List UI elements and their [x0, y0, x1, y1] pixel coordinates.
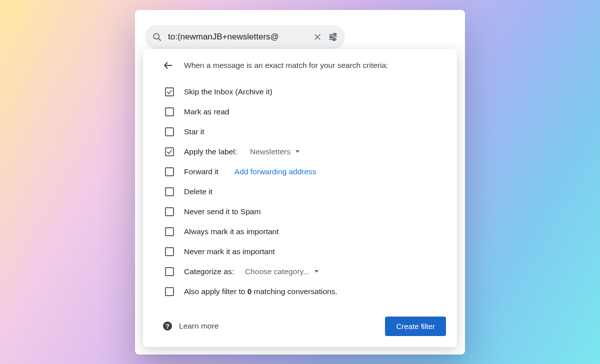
option-label: Never mark it as important — [184, 247, 275, 256]
checkbox-forward[interactable] — [165, 167, 174, 176]
also-apply-count: 0 — [248, 287, 252, 296]
option-always-important[interactable]: Always mark it as important — [165, 222, 446, 242]
checkbox-mark-read[interactable] — [165, 107, 174, 116]
category-dropdown-value: Choose category... — [245, 267, 310, 276]
option-never-spam[interactable]: Never send it to Spam — [165, 202, 446, 222]
checkbox-never-important[interactable] — [165, 247, 174, 256]
create-filter-dialog: When a message is an exact match for you… — [143, 49, 457, 347]
svg-point-0 — [154, 33, 159, 39]
create-filter-button[interactable]: Create filter — [385, 317, 446, 336]
option-categorize[interactable]: Categorize as: Choose category... — [165, 262, 446, 282]
learn-more-link[interactable]: Learn more — [179, 322, 218, 331]
dialog-footer: ? Learn more Create filter — [165, 317, 446, 336]
checkbox-always-important[interactable] — [165, 227, 174, 236]
search-query-text[interactable]: to:(newmanJB+newsletters@ — [168, 32, 307, 42]
search-options-icon[interactable] — [328, 32, 338, 42]
option-skip-inbox[interactable]: Skip the Inbox (Archive it) — [165, 82, 446, 102]
checkbox-categorize[interactable] — [165, 267, 174, 276]
add-forwarding-address-link[interactable]: Add forwarding address — [234, 167, 316, 176]
option-label: Star it — [184, 127, 204, 136]
also-apply-suffix: matching conversations. — [252, 287, 337, 296]
option-label: Always mark it as important — [184, 227, 279, 236]
clear-search-icon[interactable] — [313, 32, 322, 41]
category-dropdown[interactable]: Choose category... — [245, 267, 320, 276]
checkbox-apply-label[interactable] — [165, 147, 174, 156]
svg-marker-14 — [296, 150, 300, 153]
option-label: Never send it to Spam — [184, 207, 260, 216]
label-dropdown-value: Newsletters — [250, 147, 290, 156]
option-label: Skip the Inbox (Archive it) — [184, 87, 272, 96]
option-delete[interactable]: Delete it — [165, 182, 446, 202]
option-label: Categorize as: — [184, 267, 234, 276]
option-label: Apply the label: — [184, 147, 237, 156]
option-label: Mark as read — [184, 107, 229, 116]
svg-line-1 — [158, 38, 161, 40]
app-card: to:(newmanJB+newsletters@ — [135, 10, 465, 355]
back-arrow-icon[interactable] — [163, 60, 174, 71]
search-icon[interactable] — [152, 32, 162, 42]
option-mark-read[interactable]: Mark as read — [165, 102, 446, 122]
option-also-apply[interactable]: Also apply filter to 0 matching conversa… — [165, 282, 446, 302]
search-bar[interactable]: to:(newmanJB+newsletters@ — [145, 25, 345, 49]
chevron-down-icon — [296, 150, 300, 153]
option-label: Delete it — [184, 187, 212, 196]
checkbox-also-apply[interactable] — [165, 287, 174, 296]
help-icon[interactable]: ? — [163, 322, 172, 331]
option-apply-label[interactable]: Apply the label: Newsletters — [165, 142, 446, 162]
dialog-header: When a message is an exact match for you… — [163, 60, 446, 71]
filter-options-list: Skip the Inbox (Archive it) Mark as read… — [165, 82, 446, 302]
checkbox-delete[interactable] — [165, 187, 174, 196]
label-dropdown[interactable]: Newsletters — [250, 147, 302, 156]
also-apply-prefix: Also apply filter to — [184, 287, 248, 296]
option-star[interactable]: Star it — [165, 122, 446, 142]
chevron-down-icon — [314, 270, 318, 273]
svg-marker-15 — [314, 270, 318, 273]
learn-more[interactable]: ? Learn more — [163, 322, 218, 331]
option-label: Forward it — [184, 167, 218, 176]
option-label: Also apply filter to 0 matching conversa… — [184, 287, 338, 296]
checkbox-never-spam[interactable] — [165, 207, 174, 216]
dialog-heading: When a message is an exact match for you… — [184, 61, 388, 70]
checkbox-star[interactable] — [165, 127, 174, 136]
option-forward[interactable]: Forward it Add forwarding address — [165, 162, 446, 182]
option-never-important[interactable]: Never mark it as important — [165, 242, 446, 262]
checkbox-skip-inbox[interactable] — [165, 87, 174, 96]
